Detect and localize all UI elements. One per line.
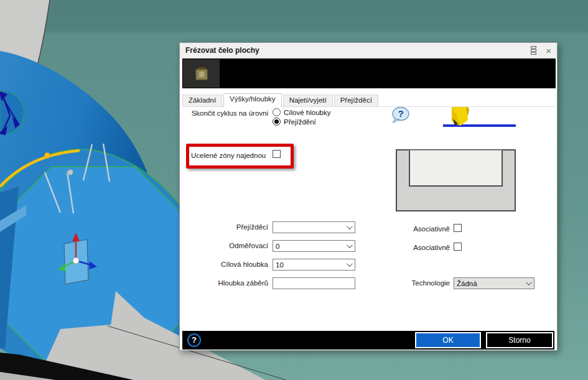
radio-cilove-hloubky-label: Cílové hloubky [284, 109, 330, 116]
tool-over-surface-icon [442, 105, 518, 130]
field-hloubka-zaberu-label: Hloubka záběrů [186, 279, 268, 287]
chevron-down-icon [347, 261, 353, 267]
help-bubble-icon[interactable]: ? [391, 106, 411, 124]
tab-najeti-vyjeti[interactable]: Najetí/vyjetí [283, 95, 333, 106]
field-odmerovaci-label: Odměřovací [186, 242, 268, 249]
cross-section-diagram [396, 149, 516, 211]
close-icon[interactable]: × [544, 46, 553, 55]
storno-button[interactable]: Storno [486, 332, 553, 348]
radio-prejizdeni[interactable] [273, 118, 281, 126]
cross-section-pocket [409, 150, 503, 187]
cycle-level-label: Skončit cyklus na úrovni [186, 109, 268, 117]
field-prejizdeci-combo[interactable] [273, 221, 355, 233]
chevron-down-icon [526, 279, 532, 285]
assoc-2-checkbox[interactable] [454, 243, 462, 251]
chevron-down-icon [347, 223, 353, 229]
radio-prejizdeni-label: Přejíždění [284, 118, 316, 126]
tab-bar: Základní Výšky/hloubky Najetí/vyjetí Pře… [182, 93, 380, 106]
field-odmerovaci-combo[interactable]: 0 [273, 240, 355, 252]
dialog-titlebar[interactable]: Frézovat čelo plochy [180, 43, 557, 58]
stock-box-icon [192, 65, 211, 82]
screen: Frézovat čelo plochy × Základní Výšky/hl… [0, 0, 588, 380]
dialog-title: Frézovat čelo plochy [185, 46, 259, 55]
window-menu-icon[interactable] [530, 45, 538, 56]
field-hloubka-zaberu-input[interactable] [273, 277, 355, 289]
operation-banner [182, 58, 556, 88]
assoc-2-label: Asociativně [388, 244, 450, 251]
zones-checkbox[interactable] [273, 150, 281, 158]
operation-thumbnail[interactable] [183, 59, 220, 88]
field-prejizdeci-label: Přejížděcí [186, 223, 268, 231]
assoc-1-label: Asociativně [388, 225, 450, 233]
footer-help-icon[interactable]: ? [187, 333, 201, 347]
field-cilova-hloubka-combo[interactable]: 10 [273, 259, 355, 271]
technology-dropdown[interactable]: Žádná [454, 277, 534, 289]
radio-cilove-hloubky[interactable] [273, 108, 281, 116]
tab-prejizdeci[interactable]: Přejížděcí [334, 95, 378, 106]
assoc-1-checkbox[interactable] [454, 224, 462, 232]
chevron-down-icon [347, 242, 353, 248]
zones-checkbox-label: Ucelené zóny najednou [191, 152, 268, 159]
tab-zakladni[interactable]: Základní [182, 95, 222, 106]
help-glyph: ? [398, 108, 403, 119]
ok-button[interactable]: OK [415, 332, 481, 348]
technology-label: Technologie [388, 279, 450, 287]
dialog-footer: ? OK Storno [182, 331, 554, 350]
tab-vysky-hloubky[interactable]: Výšky/hloubky [223, 93, 282, 107]
field-cilova-hloubka-label: Cílová hloubka [186, 261, 268, 268]
dialog-frezovat-celo-plochy: Frézovat čelo plochy × Základní Výšky/hl… [179, 42, 558, 351]
